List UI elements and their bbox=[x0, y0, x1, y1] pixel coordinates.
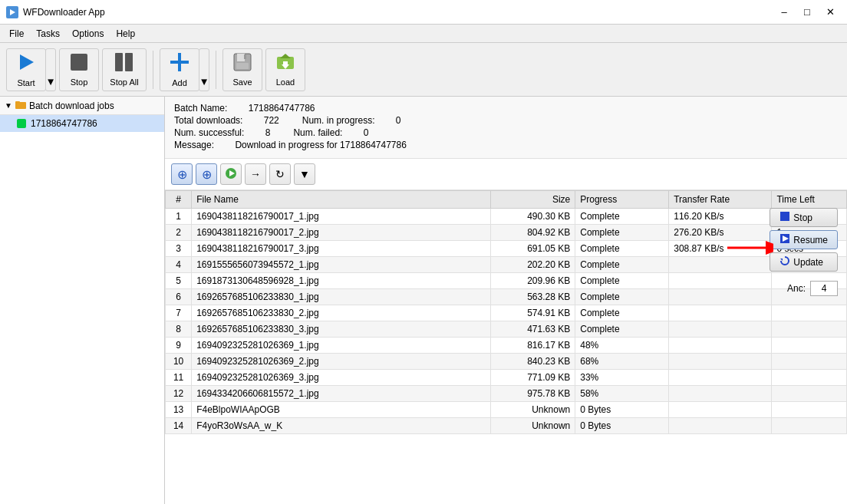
table-row[interactable]: 14 F4yoR3oWsAA_w_K Unknown 0 Bytes bbox=[166, 418, 847, 434]
table-row[interactable]: 13 F4eBlpoWIAApOGB Unknown 0 Bytes bbox=[166, 402, 847, 418]
col-header-filename: File Name bbox=[192, 191, 491, 209]
collapse-icon: ▼ bbox=[5, 101, 12, 110]
batch-name-label: Batch Name: bbox=[174, 103, 227, 114]
stop-action-button[interactable]: Stop bbox=[770, 208, 838, 227]
cell-progress: Complete bbox=[575, 289, 669, 305]
svg-rect-9 bbox=[237, 54, 245, 61]
detail-panel: Batch Name: 1718864747786 Total download… bbox=[165, 97, 847, 504]
table-row[interactable]: 8 1692657685106233830_3.jpg 471.63 KB Co… bbox=[166, 321, 847, 338]
cell-progress: Complete bbox=[575, 321, 669, 338]
red-arrow bbox=[727, 236, 773, 265]
toolbar: Start ▼ Stop Stop All bbox=[0, 43, 847, 97]
table-row[interactable]: 10 1694092325281026369_2.jpg 840.23 KB 6… bbox=[166, 354, 847, 370]
table-row[interactable]: 11 1694092325281026369_3.jpg 771.09 KB 3… bbox=[166, 370, 847, 386]
anc-input[interactable] bbox=[810, 281, 838, 296]
cell-time bbox=[772, 370, 847, 386]
stop-all-button[interactable]: Stop All bbox=[102, 48, 147, 91]
cell-rate bbox=[669, 273, 772, 289]
batch-export-btn[interactable]: → bbox=[245, 163, 266, 185]
batch-more-icon: ▼ bbox=[299, 168, 310, 180]
status-indicator bbox=[17, 119, 26, 128]
table-row[interactable]: 1 1690438118216790017_1.jpg 490.30 KB Co… bbox=[166, 209, 847, 225]
close-button[interactable]: ✕ bbox=[819, 3, 841, 21]
cell-progress: 48% bbox=[575, 338, 669, 354]
action-buttons: Stop Resume Update bbox=[770, 208, 838, 272]
table-row[interactable]: 12 1694334206606815572_1.jpg 975.78 KB 5… bbox=[166, 386, 847, 402]
batch-more-btn[interactable]: ▼ bbox=[294, 163, 315, 185]
col-header-size: Size bbox=[491, 191, 575, 209]
cell-progress: 0 Bytes bbox=[575, 418, 669, 434]
menu-help[interactable]: Help bbox=[110, 27, 141, 41]
svg-marker-23 bbox=[780, 259, 783, 261]
cell-time bbox=[772, 418, 847, 434]
svg-rect-5 bbox=[125, 53, 133, 71]
cell-time bbox=[772, 321, 847, 338]
cell-rate bbox=[669, 354, 772, 370]
add-dropdown-arrow: ▼ bbox=[199, 76, 209, 87]
svg-rect-20 bbox=[780, 212, 789, 221]
title-bar: WFDownloader App – □ ✕ bbox=[0, 0, 847, 25]
update-btn-icon bbox=[779, 255, 790, 268]
toolbar-sep-1 bbox=[153, 51, 153, 89]
svg-rect-3 bbox=[71, 54, 87, 71]
start-dropdown[interactable]: ▼ bbox=[45, 48, 56, 91]
sidebar-item-batch[interactable]: 1718864747786 bbox=[0, 115, 164, 132]
cell-time bbox=[772, 402, 847, 418]
load-button[interactable]: Load bbox=[265, 48, 305, 91]
batch-add-btn[interactable]: ⊕ bbox=[171, 163, 193, 185]
num-failed-value: 0 bbox=[364, 127, 369, 138]
sidebar-section-header[interactable]: ▼ Batch download jobs bbox=[0, 97, 164, 115]
minimize-button[interactable]: – bbox=[773, 3, 795, 21]
save-label: Save bbox=[232, 77, 252, 87]
add-group: Add ▼ bbox=[160, 48, 209, 91]
cell-progress: Complete bbox=[575, 273, 669, 289]
cell-time bbox=[772, 354, 847, 370]
app-icon bbox=[6, 6, 18, 18]
cell-size: 771.09 KB bbox=[491, 370, 575, 386]
maximize-button[interactable]: □ bbox=[796, 3, 818, 21]
svg-rect-4 bbox=[115, 53, 123, 71]
batch-refresh-btn[interactable]: ↻ bbox=[269, 163, 291, 185]
resume-button[interactable]: Resume bbox=[770, 230, 838, 249]
cell-filename: 1692657685106233830_1.jpg bbox=[192, 289, 491, 305]
save-button[interactable]: Save bbox=[222, 48, 262, 91]
stop-button[interactable]: Stop bbox=[59, 48, 99, 91]
batch-name-value: 1718864747786 bbox=[249, 103, 315, 114]
start-button[interactable]: Start bbox=[6, 48, 46, 91]
menu-tasks[interactable]: Tasks bbox=[30, 27, 66, 41]
num-successful-label: Num. successful: bbox=[174, 127, 244, 138]
stop-label: Stop bbox=[71, 77, 88, 87]
table-row[interactable]: 5 1691873130648596928_1.jpg 209.96 KB Co… bbox=[166, 273, 847, 289]
cell-progress: Complete bbox=[575, 241, 669, 257]
title-bar-left: WFDownloader App bbox=[6, 6, 105, 18]
table-row[interactable]: 9 1694092325281026369_1.jpg 816.17 KB 48… bbox=[166, 338, 847, 354]
batch-export-icon: → bbox=[250, 168, 261, 180]
cell-rate bbox=[669, 402, 772, 418]
batch-green-btn[interactable] bbox=[220, 163, 242, 185]
stop-all-icon bbox=[114, 52, 134, 75]
add-dropdown[interactable]: ▼ bbox=[199, 48, 209, 91]
batch-refresh-icon: ↻ bbox=[275, 168, 285, 180]
cell-num: 1 bbox=[166, 209, 192, 225]
total-downloads-label: Total downloads: bbox=[174, 115, 242, 126]
batch-add2-btn[interactable]: ⊕ bbox=[196, 163, 217, 185]
menu-file[interactable]: File bbox=[3, 27, 30, 41]
cell-filename: 1694092325281026369_1.jpg bbox=[192, 338, 491, 354]
update-button[interactable]: Update bbox=[770, 252, 838, 272]
table-row[interactable]: 6 1692657685106233830_1.jpg 563.28 KB Co… bbox=[166, 289, 847, 305]
table-row[interactable]: 7 1692657685106233830_2.jpg 574.91 KB Co… bbox=[166, 305, 847, 321]
menu-options[interactable]: Options bbox=[66, 27, 110, 41]
batch-toolbar: ⊕ ⊕ → ↻ ▼ bbox=[165, 159, 847, 190]
batch-add2-icon: ⊕ bbox=[202, 167, 212, 182]
batch-add-icon: ⊕ bbox=[177, 167, 187, 182]
sidebar: ▼ Batch download jobs 1718864747786 bbox=[0, 97, 165, 504]
col-header-time: Time Left bbox=[772, 191, 847, 209]
cell-progress: Complete bbox=[575, 225, 669, 241]
cell-size: 209.96 KB bbox=[491, 273, 575, 289]
cell-filename: 1694092325281026369_3.jpg bbox=[192, 370, 491, 386]
svg-rect-11 bbox=[244, 54, 246, 59]
start-dropdown-arrow: ▼ bbox=[45, 76, 55, 87]
cell-size: 471.63 KB bbox=[491, 321, 575, 338]
cell-filename: 1694334206606815572_1.jpg bbox=[192, 386, 491, 402]
add-button[interactable]: Add bbox=[160, 48, 199, 91]
